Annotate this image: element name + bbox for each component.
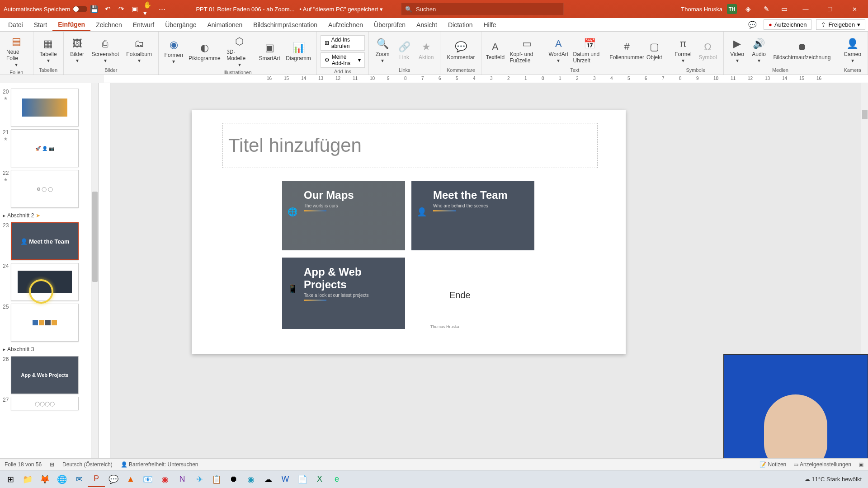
tool-tabelle[interactable]: ▦Tabelle▾ [37,33,60,66]
menu-animationen[interactable]: Animationen [202,19,248,30]
menu-start[interactable]: Start [28,19,53,30]
slide-thumb-26[interactable]: 26App & Web Projects [11,356,96,394]
menu-aufzeichnen[interactable]: Aufzeichnen [323,19,368,30]
tool-kommentar[interactable]: 💬Kommentar [444,33,477,66]
menu-entwurf[interactable]: Entwurf [127,19,160,30]
tool-video[interactable]: ▶Video▾ [727,33,747,66]
taskbar-app1[interactable]: 💬 [105,472,122,487]
record-button[interactable]: ●Aufzeichnen [764,19,811,30]
tool-zoom[interactable]: 🔍Zoom▾ [373,33,392,66]
tool-foliennummer[interactable]: #Foliennummer [611,33,642,66]
slide-thumb-22[interactable]: 22★⚙ ◯ ◯ [11,170,96,208]
taskbar-firefox[interactable]: 🦊 [36,472,53,487]
section-2-header[interactable]: ▸ Abschnitt 2 ➤ [2,211,96,220]
menu-ueberpruefen[interactable]: Überprüfen [368,19,411,30]
status-language[interactable]: Deutsch (Österreich) [62,461,113,468]
taskbar-powerpoint[interactable]: P [88,472,105,487]
close-button[interactable]: ✕ [844,0,864,18]
menu-hilfe[interactable]: Hilfe [478,19,501,30]
taskbar-onenote[interactable]: N [174,472,191,487]
taskbar-app6[interactable]: ☁ [259,472,277,487]
taskbar-app3[interactable]: ◉ [156,472,174,487]
user-avatar[interactable]: TH [727,4,737,14]
minimize-button[interactable]: — [796,0,816,18]
comments-icon[interactable]: 💬 [747,20,757,30]
tool-addins-get[interactable]: ⊞ Add-Ins abrufen [321,35,365,51]
slide-panel-scrollbar[interactable] [91,83,98,458]
tool-formen[interactable]: ◉Formen▾ [162,33,185,69]
tool-diagramm[interactable]: 📊Diagramm [284,33,312,69]
taskbar-chrome[interactable]: 🌐 [53,472,71,487]
status-accessibility[interactable]: 👤 Barrierefreiheit: Untersuchen [121,461,198,468]
tool-addins-my[interactable]: ⚙ Meine Add-Ins ▾ [321,52,365,68]
tool-objekt[interactable]: ▢Objekt [644,33,664,66]
bell-icon[interactable]: ✎ [761,4,771,14]
taskbar-app4[interactable]: 📋 [208,472,225,487]
status-display[interactable]: ▭ Anzeigeeinstellungen [793,461,851,468]
tool-fotoalbum[interactable]: 🗂Fotoalbum▾ [123,33,155,66]
undo-icon[interactable]: ↶ [103,4,113,14]
slide-thumb-25[interactable]: 25 [11,304,96,342]
tool-cameo[interactable]: 👤Cameo▾ [841,33,864,66]
tool-piktogramme[interactable]: ◐Piktogramme [187,33,222,69]
menu-dictation[interactable]: Dictation [443,19,478,30]
tool-neue-folie[interactable]: ▤Neue Folie▾ [4,33,29,69]
tool-screenshot[interactable]: ⎙Screenshot▾ [89,33,122,66]
menu-uebergaenge[interactable]: Übergänge [160,19,202,30]
taskbar-vlc[interactable]: ▲ [122,472,139,487]
search-input[interactable]: 🔍 Suchen [401,3,564,15]
taskbar-outlook[interactable]: ✉ [71,472,88,487]
taskbar-telegram[interactable]: ✈ [191,472,208,487]
slide-thumb-21[interactable]: 21★🚀 👤 📷 [11,129,96,167]
window-mode-icon[interactable]: ▭ [779,4,789,14]
tool-textfeld[interactable]: ATextfeld [485,33,505,66]
tool-bilder[interactable]: 🖼Bilder▾ [67,33,87,66]
slide[interactable]: Titel hinzufügen 🌐 Our Maps The worls is… [192,110,626,354]
tile-our-maps[interactable]: 🌐 Our Maps The worls is ours [282,181,405,250]
tool-bildschirmauf[interactable]: ⏺Bildschirmaufzeichnung [771,33,834,66]
redo-icon[interactable]: ↷ [116,4,126,14]
taskbar-app5[interactable]: ◉ [242,472,259,487]
sync-icon[interactable]: ◈ [743,4,753,14]
menu-ansicht[interactable]: Ansicht [411,19,443,30]
menu-einfuegen[interactable]: Einfügen [52,19,90,31]
tool-kopfzeile[interactable]: ▭Kopf- und Fußzeile [507,33,547,66]
weather-widget[interactable]: ☁ 11°C Stark bewölkt [804,476,862,483]
tool-datum[interactable]: 📅Datum und Uhrzeit [571,33,610,66]
taskbar-app7[interactable]: 📄 [294,472,311,487]
autosave-toggle[interactable]: Automatisches Speichern [4,6,87,13]
slide-thumb-24[interactable]: 24 [11,263,96,301]
slide-thumb-20[interactable]: 20★ [11,89,96,127]
share-button[interactable]: ⇪Freigeben▾ [816,19,865,30]
save-icon[interactable]: 💾 [89,4,99,14]
tool-wordart[interactable]: AWordArt▾ [548,33,569,66]
status-notes[interactable]: 📝 Notizen [760,461,786,468]
slide-thumb-27[interactable]: 27◯◯◯◯ [11,397,96,410]
toggle-switch[interactable] [73,6,87,12]
present-icon[interactable]: ▣ [130,4,140,14]
end-text[interactable]: Ende [449,290,471,300]
tool-smartart[interactable]: ▣SmartArt [257,33,282,69]
taskbar-explorer[interactable]: 📁 [19,472,36,487]
start-button[interactable]: ⊞ [2,472,19,487]
taskbar-obs[interactable]: ⏺ [225,472,242,487]
view-normal-icon[interactable]: ▣ [859,461,863,468]
menu-bildschirm[interactable]: Bildschirmpräsentation [248,19,323,30]
menu-zeichnen[interactable]: Zeichnen [90,19,127,30]
tile-app-web[interactable]: 📱 App & Web Projects Take a look at our … [282,258,405,329]
section-3-header[interactable]: ▸ Abschnitt 3 [2,344,96,353]
tool-3d[interactable]: ⬡3D-Modelle▾ [224,33,255,69]
taskbar-excel[interactable]: X [311,472,328,487]
taskbar-app2[interactable]: 📧 [139,472,156,487]
tile-meet-team[interactable]: 👤 Meet the Team Who are behind the scene… [411,181,534,250]
more-qat-icon[interactable]: ⋯ [157,4,167,14]
touch-icon[interactable]: ✋▾ [143,4,153,14]
maximize-button[interactable]: ☐ [820,0,840,18]
slide-panel[interactable]: 20★ 21★🚀 👤 📷 22★⚙ ◯ ◯ ▸ Abschnitt 2 ➤ 23… [0,83,99,458]
taskbar-word[interactable]: W [277,472,294,487]
taskbar-edge[interactable]: e [328,472,345,487]
slide-thumb-23[interactable]: 23👤 Meet the Team [11,222,96,260]
menu-datei[interactable]: Datei [3,19,28,30]
tool-formel[interactable]: πFormel▾ [672,33,694,66]
title-placeholder[interactable]: Titel hinzufügen [222,123,598,168]
